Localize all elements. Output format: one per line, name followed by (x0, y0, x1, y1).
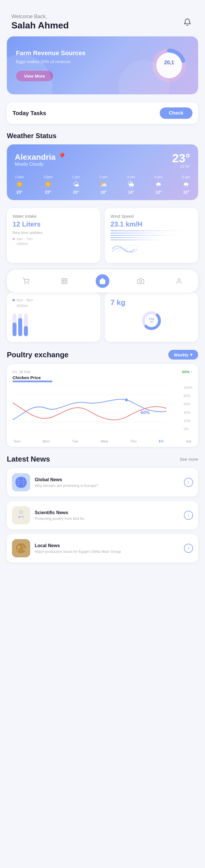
price-bar (12, 380, 52, 382)
news-arrow-local[interactable]: › (184, 544, 193, 553)
nav-camera[interactable] (134, 274, 148, 288)
wind-line-3 (110, 235, 176, 236)
chart-pct: 60% ↑ (182, 370, 193, 374)
svg-rect-32 (23, 516, 24, 519)
svg-rect-6 (62, 279, 64, 281)
forecast-weather-icon: 🌧 (183, 181, 189, 188)
water-amount-1: 2000ml (12, 242, 95, 246)
chart-date: Fri, 28 Feb (12, 370, 30, 374)
schedule-dot-1 (12, 238, 15, 240)
news-content-scientific: Scientific News Protecting poultry from … (35, 510, 179, 521)
svg-text:left: left (150, 320, 153, 323)
revenue-title: Farm Revenue Sources (16, 50, 86, 57)
weather-header: Alexandria 📍 Mostly Cloudy 23° 23°/9° (15, 152, 190, 172)
news-arrow-global[interactable]: › (184, 478, 193, 487)
revenue-subtitle: Eggs makes 20% of revenue (16, 59, 86, 64)
water-value: 12 Liters (12, 220, 95, 228)
welcome-text: Welcome Back, (11, 13, 69, 20)
svg-point-40 (17, 549, 19, 551)
forecast-temp: 23° (17, 190, 23, 194)
ext-bar-fill-3 (24, 326, 28, 336)
wind-line-1 (110, 230, 184, 231)
svg-point-38 (22, 546, 24, 548)
news-item-global[interactable]: Global News Why farmers are protesting i… (7, 468, 198, 497)
forecast-time: 3 pm (127, 175, 135, 179)
forecast-temp: 12° (155, 190, 161, 194)
news-item-local[interactable]: Local News Major production boost for Eg… (7, 534, 198, 562)
news-content-local: Local News Major production boost for Eg… (35, 543, 179, 554)
forecast-temp: 23° (45, 190, 51, 194)
food-icon (12, 539, 30, 557)
user-name: Salah Ahmed (11, 20, 69, 31)
ext-water-amount: 4000ml (12, 304, 95, 308)
wind-line-5 (110, 240, 164, 240)
forecast-time: 12pm (43, 175, 53, 179)
chevron-down-icon: ▾ (190, 352, 193, 357)
news-content-global: Global News Why farmers are protesting i… (35, 477, 179, 488)
y-axis-label: 20% (184, 419, 193, 423)
news-desc-local: Major production boost for Egypt's Delta… (35, 549, 179, 554)
forecast-weather-icon: ⛅ (100, 181, 107, 188)
weather-temp-main: 23° (172, 152, 190, 164)
svg-rect-9 (65, 282, 67, 284)
weather-city: Alexandria 📍 (15, 152, 67, 162)
nav-cart[interactable] (19, 274, 33, 288)
ext-bar-1 (12, 313, 17, 336)
revenue-donut-chart: 20,1 (144, 45, 189, 85)
poultry-title: Poultry exchange (7, 350, 69, 359)
svg-point-11 (178, 279, 180, 281)
news-section: Latest News See more Global News Why far… (7, 455, 198, 562)
extended-water-card: 6pm - 9pm 4000ml (7, 292, 100, 342)
chart-day: Mon (43, 439, 50, 443)
weather-condition: Mostly Cloudy (15, 162, 67, 167)
nav-home[interactable] (96, 274, 109, 288)
view-more-button[interactable]: View More (16, 71, 53, 81)
forecast-time: 11am (15, 175, 24, 179)
tasks-label: Today Tasks (12, 110, 46, 117)
y-axis-label: 40% (184, 411, 193, 415)
forecast-item: 1 pm 🌤 20° (72, 175, 80, 194)
weather-temp-container: 23° 23°/9° (172, 152, 190, 168)
svg-rect-7 (65, 279, 67, 281)
news-thumb-local (12, 539, 30, 557)
ext-water-schedule: 6pm - 9pm (12, 298, 95, 302)
today-tasks-card: Today Tasks Check (7, 102, 198, 124)
feed-donut-chart: 3 kg left (140, 309, 163, 332)
check-button[interactable]: Check (160, 107, 193, 119)
nav-grid[interactable] (57, 274, 71, 288)
wind-line-2 (110, 233, 168, 234)
ext-bar-3 (24, 313, 28, 336)
wind-speed-card: Wind Speed 23.1 km/H (105, 208, 198, 263)
weather-card: Alexandria 📍 Mostly Cloudy 23° 23°/9° 11… (7, 144, 198, 200)
see-more-link[interactable]: See more (180, 457, 198, 462)
weekly-button[interactable]: Weekly ▾ (168, 350, 198, 360)
svg-point-5 (28, 283, 28, 284)
forecast-weather-icon: 🌧 (155, 181, 162, 188)
svg-point-37 (17, 546, 20, 549)
location-pin-icon: 📍 (57, 152, 67, 162)
forecast-time: 5 pm (182, 175, 190, 179)
ext-bar-fill-1 (12, 322, 17, 336)
notification-bell-icon[interactable] (181, 16, 194, 28)
chart-day: Thu (130, 439, 136, 443)
chart-day: Tue (72, 439, 78, 443)
forecast-weather-icon: 🌤 (73, 181, 79, 188)
chart-info: Fri, 28 Feb 60% ↑ (12, 370, 193, 374)
water-intake-card: Water Intake 12 Liters Real time updates… (7, 208, 100, 263)
news-section-title: Latest News (7, 455, 50, 464)
wind-label: Wind Speed (110, 214, 193, 219)
svg-text:3 kg: 3 kg (149, 317, 154, 320)
news-arrow-scientific[interactable]: › (184, 511, 193, 520)
nav-profile[interactable] (172, 274, 186, 288)
svg-point-33 (19, 516, 21, 518)
ext-dot (12, 299, 15, 301)
y-axis-label: 100% (184, 386, 193, 390)
chart-day: Sat (186, 439, 191, 443)
forecast-time: 1 pm (72, 175, 80, 179)
ext-bar-2 (18, 313, 22, 336)
forecast-item: 11am ☀️ 23° (15, 175, 24, 194)
news-item-scientific[interactable]: Scientific News Protecting poultry from … (7, 501, 198, 529)
forecast-weather-icon: 🌦 (128, 181, 134, 188)
svg-point-4 (25, 283, 25, 284)
forecast-weather-icon: ☀️ (44, 181, 52, 188)
